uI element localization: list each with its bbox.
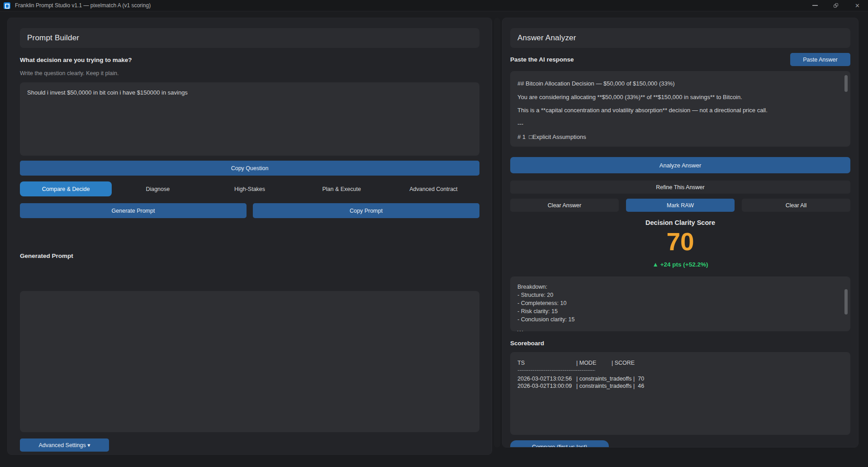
scoreboard-table: TS | MODE | SCORE ----------------------…	[510, 352, 850, 435]
clear-answer-button[interactable]: Clear Answer	[510, 199, 619, 212]
scoreboard-col-score: | SCORE	[612, 360, 635, 367]
tab-compare-decide[interactable]: Compare & Decide	[20, 181, 112, 196]
titlebar: Franklin Prompt Studio v1.1 — pixelmatch…	[0, 0, 868, 11]
refine-answer-button[interactable]: Refine This Answer	[510, 181, 850, 194]
paste-row: Paste the AI response Paste Answer	[510, 53, 850, 66]
copy-prompt-button[interactable]: Copy Prompt	[253, 203, 479, 218]
generated-prompt-output[interactable]	[20, 291, 479, 432]
response-line: This is a **capital concentration and vo…	[517, 104, 839, 117]
mark-raw-button[interactable]: Mark RAW	[626, 199, 735, 212]
analyze-answer-button[interactable]: Analyze Answer	[510, 157, 850, 173]
response-line: This analysis assumes:	[517, 144, 839, 147]
scoreboard-col-ts: TS	[517, 360, 576, 367]
score-heading: Decision Clarity Score	[510, 219, 850, 226]
tab-diagnose[interactable]: Diagnose	[112, 181, 204, 196]
response-line: You are considering allocating **$50,000…	[517, 91, 839, 104]
tab-plan-execute[interactable]: Plan & Execute	[296, 181, 388, 196]
scoreboard-row: 2026-03-02T13:00:09 | constraints_tradeo…	[517, 383, 843, 390]
advanced-settings-button[interactable]: Advanced Settings ▾	[20, 438, 109, 452]
copy-question-button[interactable]: Copy Question	[20, 161, 479, 176]
answer-analyzer-title: Answer Analyzer	[517, 33, 576, 43]
response-line: ---	[517, 117, 839, 131]
answer-analyzer-panel: Answer Analyzer Paste the AI response Pa…	[502, 18, 859, 448]
tab-high-stakes[interactable]: High-Stakes	[204, 181, 295, 196]
breakdown-line: Breakdown:	[517, 283, 839, 291]
scoreboard-row: 2026-03-02T13:02:56 | constraints_tradeo…	[517, 376, 843, 383]
minimize-icon	[812, 5, 818, 6]
generate-prompt-button[interactable]: Generate Prompt	[20, 203, 247, 218]
maximize-button[interactable]	[825, 0, 847, 11]
score-breakdown-box[interactable]: Breakdown: - Structure: 20 - Completenes…	[510, 276, 850, 331]
paste-answer-button[interactable]: Paste Answer	[790, 53, 850, 66]
breakdown-line: - Conclusion clarity: 15	[517, 315, 839, 324]
window-controls: ✕	[804, 0, 868, 11]
scoreboard-label: Scoreboard	[510, 340, 850, 347]
window-title: Franklin Prompt Studio v1.1 — pixelmatch…	[15, 2, 151, 9]
question-hint: Write the question clearly. Keep it plai…	[20, 70, 479, 76]
prompt-builder-panel: Prompt Builder What decision are you try…	[7, 18, 492, 455]
tab-advanced-contract[interactable]: Advanced Contract	[388, 181, 479, 196]
row-ts: 2026-03-02T13:00:09	[517, 383, 576, 390]
response-scrollbar[interactable]	[844, 75, 848, 92]
breakdown-line: - Completeness: 10	[517, 299, 839, 307]
scoreboard-rows: 2026-03-02T13:02:56 | constraints_tradeo…	[517, 376, 843, 390]
score-value: 70	[510, 229, 850, 255]
paste-response-label: Paste the AI response	[510, 56, 574, 63]
row-ts: 2026-03-02T13:02:56	[517, 376, 576, 383]
scoreboard-col-mode: | MODE	[576, 360, 612, 367]
response-line: # 1 □Explicit Assumptions	[517, 130, 839, 144]
breakdown-scrollbar[interactable]	[844, 289, 848, 315]
score-delta: ▲ +24 pts (+52.2%)	[510, 261, 850, 268]
row-entry: | constraints_tradeoffs | 70	[576, 376, 644, 383]
response-line: ## Bitcoin Allocation Decision — $50,000…	[517, 77, 839, 91]
clear-row: Clear Answer Mark RAW Clear All	[510, 199, 850, 212]
scoreboard-separator: ----------------------------------------…	[517, 367, 595, 374]
breakdown-clipped-line: W......	[517, 329, 839, 331]
answer-analyzer-header: Answer Analyzer	[510, 28, 850, 48]
response-input[interactable]: ## Bitcoin Allocation Decision — $50,000…	[510, 71, 850, 147]
app-window: Franklin Prompt Studio v1.1 — pixelmatch…	[0, 0, 868, 467]
breakdown-line: - Risk clarity: 15	[517, 307, 839, 315]
restore-icon	[834, 3, 839, 8]
row-entry: | constraints_tradeoffs | 46	[576, 383, 644, 390]
panel-divider	[494, 18, 500, 448]
compare-first-last-button[interactable]: Compare (first vs last)	[510, 440, 609, 448]
clear-all-button[interactable]: Clear All	[742, 199, 850, 212]
question-input[interactable]: Should i invest $50,0000 in bit coin i h…	[20, 82, 479, 156]
prompt-builder-header: Prompt Builder	[20, 28, 479, 48]
mode-tabs: Compare & Decide Diagnose High-Stakes Pl…	[20, 181, 479, 196]
breakdown-line: - Structure: 20	[517, 291, 839, 299]
app-logo-icon	[4, 2, 10, 9]
close-button[interactable]: ✕	[847, 0, 868, 11]
generate-row: Generate Prompt Copy Prompt	[20, 203, 479, 218]
scoreboard-header-row: TS | MODE | SCORE	[517, 360, 843, 367]
question-label: What decision are you trying to make?	[20, 57, 479, 63]
prompt-builder-title: Prompt Builder	[27, 33, 79, 43]
generated-prompt-label: Generated Prompt	[20, 253, 479, 259]
minimize-button[interactable]	[804, 0, 825, 11]
